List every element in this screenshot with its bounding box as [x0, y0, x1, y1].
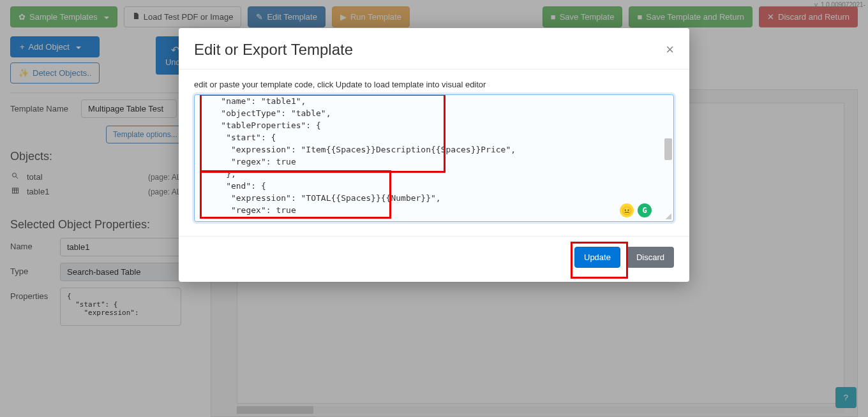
template-code-textarea[interactable]: "name": "table1", "objectType": "table",… — [194, 94, 674, 222]
vertical-scrollbar[interactable] — [664, 138, 672, 160]
modal-title: Edit or Export Template — [194, 41, 666, 59]
edit-template-modal: Edit or Export Template × edit or paste … — [179, 28, 689, 282]
emoji-icon[interactable]: 😐 — [620, 203, 634, 217]
modal-overlay: Edit or Export Template × edit or paste … — [0, 0, 868, 417]
resize-handle[interactable] — [665, 213, 671, 219]
modal-description: edit or paste your template code, click … — [194, 80, 674, 89]
discard-button[interactable]: Discard — [627, 247, 674, 268]
modal-close-button[interactable]: × — [666, 41, 674, 58]
update-button[interactable]: Update — [574, 247, 620, 268]
grammarly-icon[interactable]: G — [638, 203, 652, 217]
